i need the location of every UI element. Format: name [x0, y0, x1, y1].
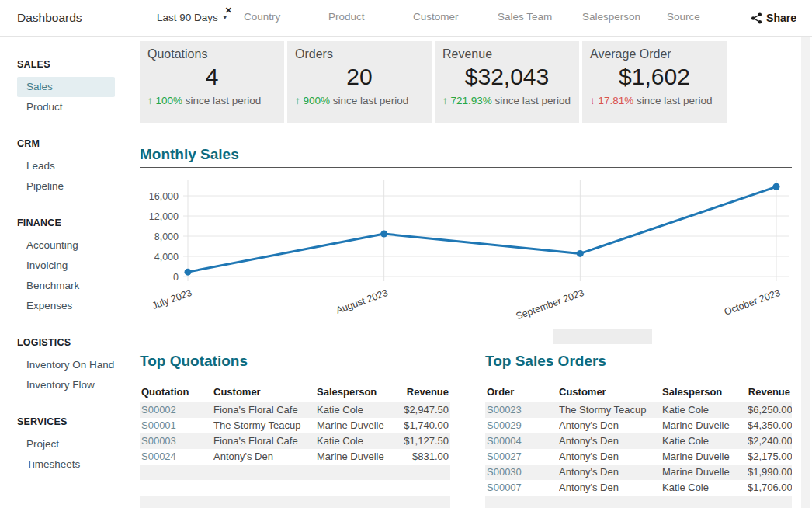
column-header-salesperson: Salesperson — [662, 387, 748, 398]
column-header-revenue: Revenue — [748, 387, 792, 398]
section-divider — [485, 374, 792, 374]
sidebar-nav: SALESSalesProductCRMLeadsPipelineFINANCE… — [0, 37, 120, 508]
date-range-filter[interactable]: Last 90 Days ▼ — [155, 10, 230, 26]
down-arrow-icon: ↓ 17.81% — [590, 95, 633, 106]
table-cell: Katie Cole — [662, 405, 748, 416]
sidebar-item-pipeline[interactable]: Pipeline — [17, 176, 115, 197]
chart-scroll-placeholder — [553, 329, 652, 344]
table-row: S00027Antony's DenMarine Duvelle$2,175.0… — [485, 449, 792, 465]
sidebar-section-label: FINANCE — [0, 217, 120, 229]
sidebar-section-logistics: LOGISTICSInventory On HandInventory Flow — [0, 336, 120, 395]
table-cell: Antony's Den — [559, 467, 662, 478]
filter-input-product[interactable] — [327, 9, 401, 26]
record-link[interactable]: S00030 — [485, 467, 559, 478]
up-arrow-icon: ↑ 900% — [295, 95, 330, 106]
filter-bar: Last 90 Days ▼ ✕ — [155, 9, 740, 26]
table-cell: $1,706.00 — [748, 482, 792, 493]
kpi-card-average-order: Average Order$1,602↓ 17.81% since last p… — [582, 41, 727, 123]
share-button[interactable]: Share — [751, 12, 796, 24]
sidebar-item-inventory-on-hand[interactable]: Inventory On Hand — [17, 355, 115, 375]
record-link[interactable]: S00007 — [485, 482, 559, 493]
table-empty-row — [140, 480, 450, 496]
svg-text:4,000: 4,000 — [154, 252, 179, 263]
kpi-delta: ↑ 721.93% since last period — [442, 95, 571, 106]
column-header-order: Order — [485, 387, 559, 398]
sidebar-item-product[interactable]: Product — [17, 97, 115, 117]
table-row: S00004Antony's DenKatie Cole$2,240.00 — [485, 433, 792, 449]
sidebar-item-leads[interactable]: Leads — [17, 156, 115, 176]
top-sales-orders-section: Top Sales Orders OrderCustomerSalesperso… — [485, 353, 792, 508]
filter-input-country[interactable] — [242, 9, 317, 26]
section-divider — [140, 374, 450, 374]
table-row: S00030Antony's DenMarine Duvelle$1,990.0… — [485, 465, 792, 480]
table-row: S00002Fiona's Floral CafeKatie Cole$2,94… — [140, 402, 450, 418]
kpi-card-quotations: Quotations4↑ 100% since last period — [140, 41, 284, 123]
sidebar-item-accounting[interactable]: Accounting — [17, 235, 115, 256]
column-header-revenue: Revenue — [402, 387, 450, 398]
table-header-row: QuotationCustomerSalespersonRevenue — [140, 384, 450, 402]
filter-input-salesperson[interactable] — [581, 9, 655, 26]
sidebar-section-finance: FINANCEAccountingInvoicingBenchmarkExpen… — [0, 217, 120, 316]
share-icon — [751, 12, 762, 24]
kpi-card-orders: Orders20↑ 900% since last period — [287, 41, 432, 123]
table-row: S00007Antony's DenKatie Cole$1,706.00 — [485, 480, 792, 496]
sidebar-item-timesheets[interactable]: Timesheets — [17, 454, 115, 475]
kpi-value: $32,043 — [442, 64, 571, 90]
up-arrow-icon: ↑ 100% — [147, 95, 182, 106]
date-range-value: Last 90 Days — [157, 12, 218, 23]
up-arrow-icon: ↑ 721.93% — [442, 95, 492, 106]
kpi-delta: ↑ 900% since last period — [295, 95, 424, 106]
record-link[interactable]: S00023 — [485, 405, 559, 416]
kpi-delta-suffix: since last period — [492, 95, 571, 106]
sidebar-section-label: CRM — [0, 137, 120, 150]
filter-input-customer[interactable] — [411, 9, 486, 26]
table-cell: $2,240.00 — [748, 436, 792, 447]
kpi-label: Revenue — [442, 47, 571, 61]
table-cell: $2,947.50 — [402, 405, 450, 416]
record-link[interactable]: S00002 — [140, 405, 213, 416]
svg-text:0: 0 — [173, 272, 179, 283]
sidebar-item-expenses[interactable]: Expenses — [17, 296, 115, 316]
table-cell: Fiona's Floral Cafe — [213, 405, 317, 416]
filter-input-source[interactable] — [665, 9, 740, 26]
table-cell: Antony's Den — [559, 482, 662, 493]
kpi-label: Quotations — [147, 47, 276, 61]
table-header-row: OrderCustomerSalespersonRevenue — [485, 384, 792, 402]
table-cell: Antony's Den — [559, 436, 662, 447]
kpi-delta: ↓ 17.81% since last period — [590, 95, 719, 106]
clear-filter-icon[interactable]: ✕ — [225, 5, 232, 16]
record-link[interactable]: S00027 — [485, 451, 559, 462]
record-link[interactable]: S00004 — [485, 436, 559, 447]
table-row: S00029Antony's DenMarine Duvelle$4,350.0… — [485, 418, 792, 433]
table-cell: Marine Duvelle — [662, 451, 748, 462]
top-bar: Dashboards Last 90 Days ▼ ✕ — [0, 0, 812, 37]
sidebar-item-benchmark[interactable]: Benchmark — [17, 276, 115, 296]
table-row: S00024Antony's DenMarine Duvelle$831.00 — [140, 449, 450, 465]
sidebar-item-invoicing[interactable]: Invoicing — [17, 256, 115, 276]
record-link[interactable]: S00024 — [140, 451, 213, 462]
sidebar-item-project[interactable]: Project — [17, 434, 115, 454]
svg-text:16,000: 16,000 — [149, 191, 179, 202]
table-cell: Marine Duvelle — [317, 420, 402, 431]
table-row: S00023The Stormy TeacupKatie Cole$6,250.… — [485, 402, 792, 418]
table-cell: Katie Cole — [317, 405, 402, 416]
svg-text:August 2023: August 2023 — [335, 287, 390, 316]
record-link[interactable]: S00003 — [140, 436, 213, 447]
record-link[interactable]: S00029 — [485, 420, 559, 431]
table-cell: $2,175.00 — [748, 451, 792, 462]
vertical-scrollbar[interactable] — [801, 37, 810, 508]
kpi-delta-suffix: since last period — [330, 95, 408, 106]
kpi-delta-suffix: since last period — [633, 95, 712, 106]
sidebar-section-crm: CRMLeadsPipeline — [0, 137, 120, 197]
filter-input-sales-team[interactable] — [496, 9, 571, 26]
sidebar-section-label: LOGISTICS — [0, 336, 120, 349]
sidebar-item-inventory-flow[interactable]: Inventory Flow — [17, 375, 115, 395]
table-cell: Marine Duvelle — [662, 420, 748, 431]
monthly-sales-section: Monthly Sales 04,0008,00012,00016,000Jul… — [140, 146, 792, 328]
sidebar-section-label: SERVICES — [0, 416, 120, 428]
tables-row: Top Quotations QuotationCustomerSalesper… — [140, 353, 802, 508]
top-quotations-section: Top Quotations QuotationCustomerSalesper… — [140, 353, 450, 508]
table-cell: Marine Duvelle — [662, 467, 748, 478]
sidebar-item-sales[interactable]: Sales — [17, 77, 115, 97]
record-link[interactable]: S00001 — [140, 420, 213, 431]
